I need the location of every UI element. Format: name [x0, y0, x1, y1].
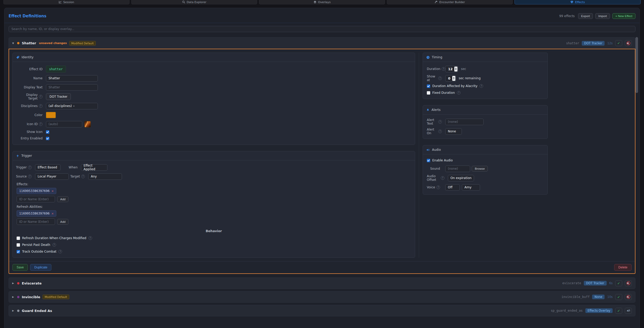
help-icon[interactable]: ?: [52, 243, 56, 247]
show-at-stepper[interactable]: 0: [445, 75, 456, 82]
entry-enabled-checkbox[interactable]: [46, 137, 49, 140]
show-icon-checkbox[interactable]: [46, 130, 49, 134]
help-icon[interactable]: ?: [441, 176, 444, 180]
search-input[interactable]: [9, 26, 635, 32]
mute-toggle-button[interactable]: [625, 40, 632, 46]
export-button[interactable]: Export: [578, 13, 593, 19]
refresh-id-input[interactable]: [17, 218, 55, 225]
effect-color-dot: [17, 282, 19, 284]
tag-icon: [16, 56, 19, 59]
effect-card-shatter: ▼ Shatter unsaved changes Modified Defau…: [9, 37, 635, 274]
speaker-icon: [426, 148, 430, 152]
new-effect-button[interactable]: + New Effect: [612, 13, 635, 19]
help-icon[interactable]: ?: [442, 67, 445, 71]
help-icon[interactable]: ?: [438, 130, 442, 133]
tab-session[interactable]: Session: [3, 0, 129, 4]
track-outside-combat-checkbox[interactable]: [17, 250, 20, 253]
display-text-input[interactable]: [46, 84, 98, 91]
icon-id-input[interactable]: [46, 121, 82, 127]
tab-effects[interactable]: Effects: [515, 0, 641, 4]
audio-offset-select[interactable]: On expiration: [448, 175, 474, 181]
trigger-type-select[interactable]: Effect Based: [35, 164, 60, 171]
spinner-arrows-icon[interactable]: [454, 67, 457, 72]
when-select[interactable]: Effect Applied: [81, 164, 107, 171]
panel-header: Effect Definitions 99 effects Export Imp…: [4, 8, 640, 23]
save-button[interactable]: Save: [12, 264, 28, 271]
help-icon[interactable]: ?: [436, 186, 440, 189]
check-icon: ✓: [617, 309, 620, 312]
alert-text-label: Alert Text?: [427, 118, 442, 125]
tab-data-explorer[interactable]: Data Explorer: [131, 0, 257, 4]
effects-id-input[interactable]: [17, 196, 55, 202]
expand-caret-icon[interactable]: ▶: [12, 309, 15, 312]
disciplines-select[interactable]: (all disciplines)▾: [46, 103, 98, 109]
effect-row-invincible[interactable]: ▶ Invincible Modified Default invincible…: [9, 291, 635, 303]
enabled-toggle-button[interactable]: ✓: [615, 308, 622, 314]
refresh-add-button[interactable]: Add: [57, 219, 68, 225]
disciplines-label: Disciplines?: [17, 104, 43, 108]
persist-past-death-checkbox[interactable]: [17, 243, 20, 247]
effect-id-value: shatter: [46, 66, 66, 73]
effect-row-header[interactable]: ▼ Shatter unsaved changes Modified Defau…: [9, 37, 635, 49]
delete-button[interactable]: Delete: [614, 264, 632, 271]
spinner-arrows-icon[interactable]: [452, 76, 455, 81]
sound-input[interactable]: [445, 166, 470, 172]
color-swatch[interactable]: [46, 112, 56, 118]
scrollbar-thumb[interactable]: [635, 37, 638, 93]
effect-icon-preview[interactable]: [84, 121, 91, 127]
target-select[interactable]: Any: [88, 173, 122, 180]
enabled-toggle-button[interactable]: ✓: [615, 40, 622, 46]
import-button[interactable]: Import: [595, 13, 610, 19]
remove-tag-icon[interactable]: ×: [51, 189, 54, 193]
effect-row-guard-ended-as[interactable]: ▶ Guard Ended As sp_guard_ended_as Effec…: [9, 305, 635, 316]
tab-overlays[interactable]: Overlays: [259, 0, 385, 4]
tab-label: Overlays: [318, 1, 331, 4]
refresh-tag-chip: 1169953386397696×: [17, 210, 56, 217]
effect-name: Shatter: [22, 41, 36, 45]
expand-caret-icon[interactable]: ▶: [12, 282, 15, 284]
section-title: Alerts: [431, 108, 441, 112]
help-icon[interactable]: ?: [438, 120, 442, 124]
name-input[interactable]: [46, 75, 98, 82]
help-icon[interactable]: ?: [39, 122, 43, 126]
expand-caret-icon[interactable]: ▶: [12, 296, 15, 298]
help-icon[interactable]: ?: [28, 166, 32, 169]
help-icon[interactable]: ?: [39, 104, 43, 108]
browse-button[interactable]: Browse: [472, 166, 488, 172]
enabled-toggle-button[interactable]: ✓: [615, 280, 622, 286]
effect-row-eviscerate[interactable]: ▶ Eviscerate eviscerate DOT Tracker 6s ✓: [9, 277, 635, 289]
help-icon[interactable]: ?: [88, 236, 92, 240]
duration-stepper[interactable]: 12: [445, 66, 458, 72]
help-icon[interactable]: ?: [479, 84, 483, 88]
source-select[interactable]: Local Player: [35, 173, 69, 180]
enabled-toggle-button[interactable]: ✓: [615, 294, 622, 300]
refresh-duration-checkbox[interactable]: [17, 237, 20, 240]
mute-toggle-button[interactable]: [625, 294, 632, 300]
effects-add-button[interactable]: Add: [57, 196, 68, 202]
help-icon[interactable]: ?: [58, 250, 62, 253]
display-target-button[interactable]: DOT Tracker: [46, 93, 71, 100]
help-icon[interactable]: ?: [457, 91, 461, 95]
help-icon[interactable]: ?: [81, 175, 85, 178]
help-icon[interactable]: ?: [39, 95, 43, 98]
alert-on-select[interactable]: None: [445, 128, 462, 135]
collapse-caret-icon[interactable]: ▼: [12, 42, 15, 45]
help-icon[interactable]: ?: [438, 76, 442, 80]
effect-id-mono: shatter: [566, 41, 579, 45]
remove-tag-icon[interactable]: ×: [51, 212, 54, 215]
audio-offset-label: Audio Offset?: [427, 174, 444, 182]
duplicate-button[interactable]: Duplicate: [30, 264, 51, 271]
section-title: Audio: [432, 148, 441, 152]
speaker-muted-icon: [626, 295, 631, 299]
fixed-duration-checkbox[interactable]: [427, 91, 430, 95]
enable-audio-checkbox[interactable]: [427, 159, 430, 162]
alacrity-checkbox[interactable]: [427, 84, 430, 88]
voice-name-select[interactable]: Amy: [462, 184, 480, 191]
mute-toggle-button[interactable]: [625, 280, 632, 286]
alert-text-input[interactable]: [445, 119, 484, 125]
voice-mode-select[interactable]: Off: [445, 184, 460, 191]
tab-label: Encounter Builder: [439, 1, 465, 4]
help-icon[interactable]: ?: [28, 175, 32, 178]
sound-toggle-button[interactable]: [625, 308, 632, 314]
tab-encounter-builder[interactable]: Encounter Builder: [387, 0, 513, 4]
